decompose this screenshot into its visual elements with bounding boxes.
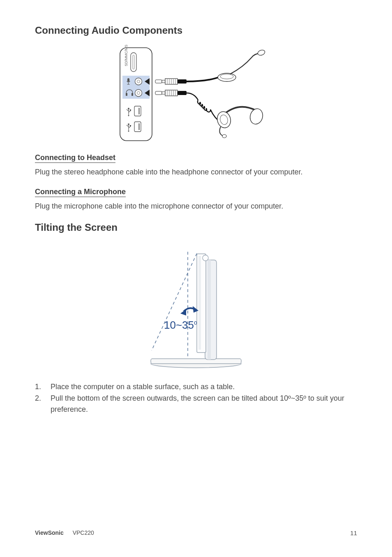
svg-point-54 [249, 107, 265, 125]
subheading-microphone: Connecting a Microphone [35, 188, 126, 197]
svg-rect-29 [130, 125, 131, 126]
list-text: Pull the bottom of the screen outwards, … [51, 393, 357, 414]
tilt-range-label: 10~35o [164, 319, 197, 331]
list-number: 2. [35, 393, 51, 414]
svg-point-62 [203, 255, 208, 261]
svg-rect-6 [127, 78, 129, 82]
svg-rect-24 [138, 123, 140, 130]
svg-point-42 [257, 49, 265, 56]
svg-rect-23 [134, 122, 141, 132]
svg-rect-43 [155, 91, 162, 95]
list-item: 1. Place the computer on a stable surfac… [35, 381, 357, 392]
list-item: 2. Pull the bottom of the screen outward… [35, 393, 357, 414]
svg-point-41 [220, 74, 233, 79]
tilt-diagram-icon: 10~35o [134, 244, 258, 371]
figure-audio-connections: SD/MMC/MS [35, 44, 357, 143]
heading-tilting-screen: Tilting the Screen [35, 222, 357, 233]
svg-rect-51 [178, 91, 187, 95]
svg-rect-60 [197, 254, 206, 353]
footer-left: ViewSonic VPC220 [35, 529, 94, 536]
svg-point-10 [137, 92, 140, 95]
figure-tilt-screen: 10~35o [35, 244, 357, 371]
footer-brand: ViewSonic [35, 529, 64, 536]
svg-point-55 [222, 135, 226, 138]
svg-rect-31 [155, 80, 162, 83]
svg-rect-16 [138, 108, 140, 114]
body-microphone: Plug the microphone cable into the micro… [35, 201, 357, 211]
tilt-arrow-icon [180, 306, 198, 316]
svg-rect-39 [178, 79, 187, 84]
list-text: Place the computer on a stable surface, … [51, 381, 235, 392]
svg-line-64 [152, 253, 197, 350]
subheading-headset: Connecting to Headset [35, 153, 115, 163]
page-number: 11 [350, 529, 357, 536]
svg-rect-44 [162, 92, 165, 94]
svg-rect-32 [162, 80, 165, 83]
list-number: 1. [35, 381, 51, 392]
svg-marker-65 [180, 309, 186, 316]
svg-rect-59 [208, 260, 211, 360]
svg-rect-15 [134, 106, 141, 116]
tilt-instructions-list: 1. Place the computer on a stable surfac… [35, 381, 357, 414]
audio-connection-diagram-icon: SD/MMC/MS [116, 44, 276, 143]
svg-rect-21 [130, 109, 131, 111]
svg-rect-61 [198, 256, 201, 350]
sd-slot-label: SD/MMC/MS [124, 45, 128, 67]
microphone-device-icon [155, 49, 266, 84]
heading-audio-components: Connecting Audio Components [35, 25, 357, 36]
svg-rect-12 [131, 93, 133, 96]
page-footer: ViewSonic VPC220 11 [35, 529, 357, 536]
footer-model: VPC220 [73, 529, 94, 536]
svg-rect-2 [133, 55, 134, 69]
headset-device-icon [155, 90, 264, 138]
svg-rect-57 [151, 359, 241, 364]
svg-rect-11 [126, 93, 127, 96]
body-headset: Plug the stereo headphone cable into the… [35, 167, 357, 177]
svg-point-5 [137, 80, 140, 83]
